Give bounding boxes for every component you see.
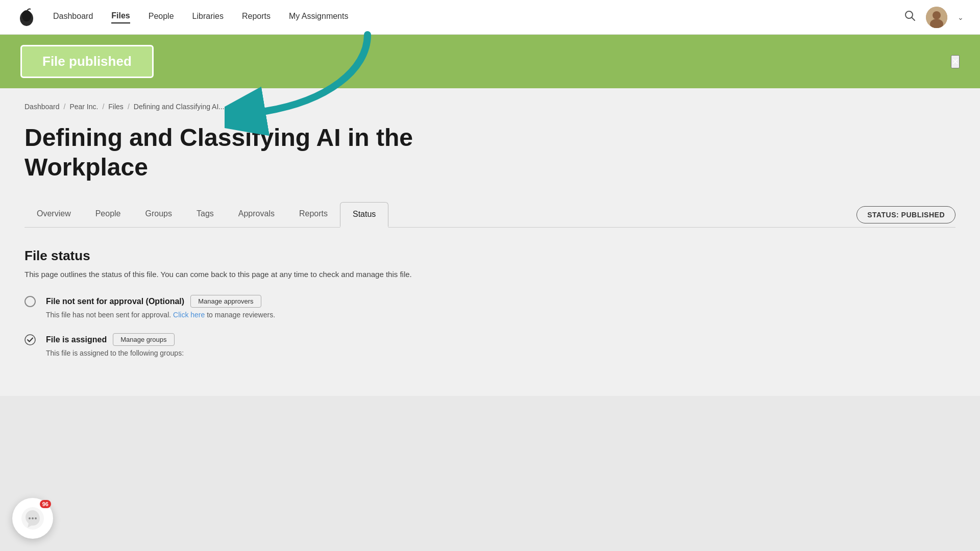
status-item-approval: File not sent for approval (Optional) Ma… <box>24 295 955 319</box>
breadcrumb-sep-2: / <box>102 103 104 111</box>
nav-reports[interactable]: Reports <box>242 12 271 23</box>
page-title: Defining and Classifying AI in the Workp… <box>24 123 484 182</box>
status-item-approval-content: File not sent for approval (Optional) Ma… <box>46 295 275 319</box>
approval-desc-after: to manage reviewers. <box>207 311 275 319</box>
status-item-assigned-content: File is assigned Manage groups This file… <box>46 333 184 357</box>
tab-overview[interactable]: Overview <box>24 202 83 227</box>
tab-tags[interactable]: Tags <box>184 202 226 227</box>
status-item-assigned-label: File is assigned <box>46 335 107 344</box>
svg-point-11 <box>32 517 34 519</box>
status-published-badge[interactable]: STATUS: PUBLISHED <box>856 206 955 223</box>
svg-point-5 <box>933 11 941 19</box>
svg-point-1 <box>22 10 31 21</box>
breadcrumb-current: Status <box>235 103 255 111</box>
nav-links: Dashboard Files People Libraries Reports… <box>53 11 904 23</box>
status-item-assigned-title: File is assigned Manage groups <box>46 333 184 346</box>
top-navigation: Dashboard Files People Libraries Reports… <box>0 0 980 35</box>
breadcrumb-sep-4: / <box>229 103 231 111</box>
breadcrumb: Dashboard / Pear Inc. / Files / Defining… <box>24 103 955 111</box>
status-item-approval-label: File not sent for approval (Optional) <box>46 297 184 306</box>
breadcrumb-file-name[interactable]: Defining and Classifying AI... <box>134 103 225 111</box>
nav-files[interactable]: Files <box>111 11 130 23</box>
status-radio-approval <box>24 296 36 307</box>
svg-line-3 <box>912 18 915 21</box>
svg-point-8 <box>25 335 35 345</box>
chevron-down-icon[interactable]: ⌄ <box>958 13 964 21</box>
breadcrumb-files[interactable]: Files <box>108 103 124 111</box>
nav-people[interactable]: People <box>149 12 174 23</box>
breadcrumb-dashboard[interactable]: Dashboard <box>24 103 60 111</box>
notification-highlight-box: File published <box>20 45 154 78</box>
breadcrumb-sep-3: / <box>128 103 130 111</box>
tab-approvals[interactable]: Approvals <box>226 202 287 227</box>
tabs-bar: Overview People Groups Tags Approvals Re… <box>24 202 955 228</box>
tab-reports[interactable]: Reports <box>287 202 340 227</box>
search-icon[interactable] <box>904 10 916 24</box>
notification-text: File published <box>42 54 132 69</box>
status-item-approval-desc: This file has not been sent for approval… <box>46 311 275 319</box>
nav-right: ⌄ <box>904 7 964 28</box>
approval-desc-before: This file has not been sent for approval… <box>46 311 171 319</box>
main-content: Dashboard / Pear Inc. / Files / Defining… <box>0 88 980 396</box>
avatar[interactable] <box>926 7 947 28</box>
file-status-desc: This page outlines the status of this fi… <box>24 270 955 279</box>
status-check-assigned <box>24 334 36 345</box>
floating-widget-badge: 96 <box>40 500 51 508</box>
breadcrumb-pear-inc[interactable]: Pear Inc. <box>69 103 98 111</box>
floating-widget[interactable]: 96 <box>12 498 53 539</box>
tab-groups[interactable]: Groups <box>133 202 184 227</box>
file-status-title: File status <box>24 248 955 264</box>
svg-point-10 <box>29 517 31 519</box>
breadcrumb-sep-1: / <box>64 103 66 111</box>
tab-status[interactable]: Status <box>340 202 388 228</box>
nav-my-assignments[interactable]: My Assignments <box>289 12 348 23</box>
status-item-assigned: File is assigned Manage groups This file… <box>24 333 955 357</box>
app-logo[interactable] <box>16 7 37 28</box>
tabs-list: Overview People Groups Tags Approvals Re… <box>24 202 388 227</box>
nav-dashboard[interactable]: Dashboard <box>53 12 93 23</box>
manage-groups-button[interactable]: Manage groups <box>113 333 174 346</box>
status-item-approval-title: File not sent for approval (Optional) Ma… <box>46 295 275 308</box>
file-status-section: File status This page outlines the statu… <box>24 228 955 357</box>
status-item-assigned-desc: This file is assigned to the following g… <box>46 349 184 357</box>
floating-widget-icon <box>20 506 45 531</box>
notification-close-button[interactable]: × <box>951 55 960 68</box>
avatar-image <box>926 7 947 28</box>
nav-libraries[interactable]: Libraries <box>192 12 224 23</box>
notification-banner: File published × <box>0 35 980 88</box>
click-here-link[interactable]: Click here <box>173 311 205 319</box>
tab-people[interactable]: People <box>83 202 133 227</box>
svg-point-12 <box>35 517 37 519</box>
manage-approvers-button[interactable]: Manage approvers <box>190 295 261 308</box>
